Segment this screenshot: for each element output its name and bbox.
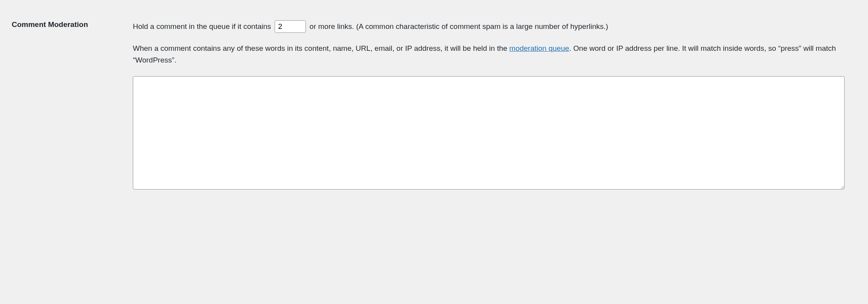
moderation-text-before: When a comment contains any of these wor… [133, 44, 509, 52]
moderation-description: When a comment contains any of these wor… [133, 43, 845, 66]
moderation-keywords-textarea[interactable] [133, 76, 845, 190]
section-title: Comment Moderation [12, 20, 121, 29]
settings-content-column: Hold a comment in the queue if it contai… [133, 16, 856, 191]
link-count-input[interactable] [275, 20, 306, 33]
link-count-text-before: Hold a comment in the queue if it contai… [133, 22, 273, 30]
moderation-queue-link[interactable]: moderation queue [509, 44, 569, 52]
settings-label-column: Comment Moderation [12, 16, 121, 29]
link-count-paragraph: Hold a comment in the queue if it contai… [133, 20, 845, 33]
link-count-text-after: or more links. (A common characteristic … [307, 22, 608, 30]
comment-moderation-row: Comment Moderation Hold a comment in the… [12, 16, 856, 191]
